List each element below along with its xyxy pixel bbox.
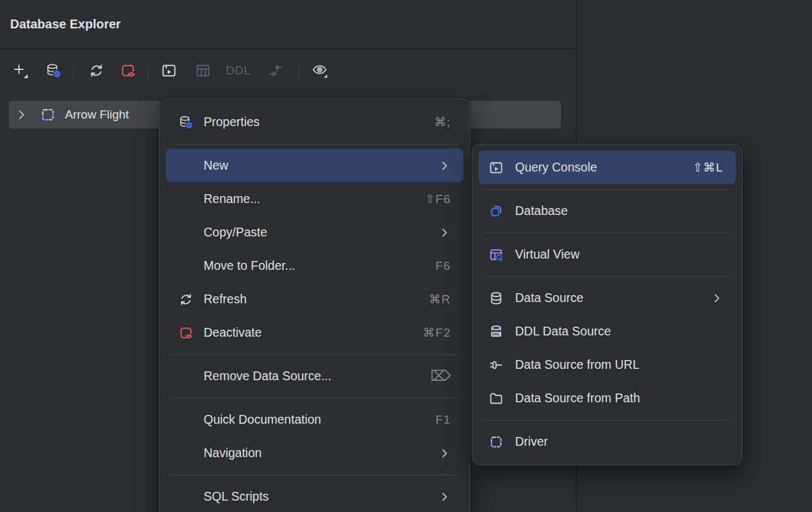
- data-source-properties-icon: [178, 115, 194, 130]
- menu-item-copy-paste[interactable]: Copy/Paste: [166, 216, 463, 249]
- menu-item-right: [438, 491, 451, 503]
- menu-item-label: Deactivate: [204, 325, 262, 340]
- panel-header: Database Explorer: [0, 0, 576, 49]
- menu-item-right: ⇧F6: [425, 192, 451, 206]
- query-console-icon: [489, 160, 504, 175]
- toolbar-separator: [299, 66, 299, 79]
- refresh-icon: [88, 62, 105, 79]
- table-icon: [195, 62, 211, 79]
- menu-item-database[interactable]: Database: [478, 194, 736, 228]
- menu-item-navigation[interactable]: Navigation: [166, 436, 463, 470]
- data-source-icon: [489, 291, 504, 306]
- url-icon: [489, 358, 504, 373]
- menu-item-right: ⌘R: [429, 292, 451, 306]
- menu-item-properties[interactable]: Properties⌘;: [166, 105, 463, 139]
- menu-item-label: Move to Folder...: [204, 259, 295, 273]
- data-source-properties-button[interactable]: [42, 59, 65, 82]
- database-icon: [489, 204, 504, 219]
- menu-separator: [160, 393, 470, 403]
- menu-item-ddl-data-source[interactable]: DDLDDL Data Source: [478, 315, 736, 348]
- panel-toolbar: DDL: [0, 49, 576, 95]
- menu-item-label: DDL Data Source: [515, 324, 611, 339]
- menu-item-label: Rename...: [204, 192, 260, 206]
- menu-item-label: Virtual View: [515, 247, 579, 262]
- menu-item-move-to-folder[interactable]: Move to Folder...F6: [166, 249, 463, 282]
- deactivate-button[interactable]: [117, 59, 139, 82]
- shortcut-label: F1: [436, 413, 451, 427]
- menu-item-label: New: [204, 158, 228, 173]
- menu-item-deactivate[interactable]: Deactivate⌘F2: [166, 316, 463, 349]
- driver-icon: [489, 434, 504, 450]
- shortcut-label: ⇧⌘L: [693, 160, 724, 175]
- shortcut-label: F6: [436, 259, 451, 273]
- menu-item-refresh[interactable]: Refresh⌘R: [166, 282, 463, 316]
- add-icon: [12, 62, 28, 79]
- menu-item-rename[interactable]: Rename...⇧F6: [166, 182, 463, 216]
- chevron-right-icon: [438, 226, 451, 239]
- menu-item-virtual-view[interactable]: Virtual View: [478, 238, 736, 271]
- menu-separator: [472, 271, 742, 281]
- menu-item-remove-data-source[interactable]: Remove Data Source...⌦: [166, 359, 463, 393]
- toolbar-separator: [148, 66, 148, 79]
- menu-item-label: Query Console: [515, 160, 597, 175]
- chevron-right-icon[interactable]: [14, 108, 28, 122]
- context-menu: Properties⌘;NewRename...⇧F6Copy/PasteMov…: [159, 98, 470, 512]
- menu-item-label: Data Source from Path: [515, 391, 640, 405]
- menu-item-query-console[interactable]: Query Console⇧⌘L: [478, 151, 736, 184]
- menu-item-label: Navigation: [204, 446, 262, 460]
- shortcut-label: ⇧F6: [425, 192, 451, 206]
- menu-item-driver[interactable]: Driver: [478, 425, 736, 458]
- jump-to-query-console-button[interactable]: [158, 59, 180, 82]
- menu-item-right: [438, 160, 451, 172]
- menu-item-sql-scripts[interactable]: SQL Scripts: [166, 480, 463, 512]
- menu-item-label: Data Source: [515, 291, 583, 305]
- menu-item-right: ⌘;: [434, 115, 451, 129]
- menu-item-data-source[interactable]: Data Source: [478, 281, 736, 315]
- shortcut-label: ⌘;: [434, 115, 451, 129]
- menu-separator: [160, 139, 470, 149]
- menu-item-data-source-from-url[interactable]: Data Source from URL: [478, 348, 736, 381]
- shortcut-label: ⌘F2: [423, 325, 451, 340]
- menu-item-label: Properties: [204, 115, 260, 129]
- menu-item-label: Refresh: [204, 292, 246, 306]
- menu-item-right: F6: [436, 259, 451, 273]
- menu-item-data-source-from-path[interactable]: Data Source from Path: [478, 381, 736, 415]
- toolbar-separator: [73, 66, 74, 79]
- menu-separator: [160, 349, 470, 359]
- eye-icon: [311, 62, 328, 79]
- delete-icon: ⌦: [430, 368, 451, 385]
- refresh-button[interactable]: [85, 59, 108, 82]
- new-submenu: Query Console⇧⌘LDatabaseVirtual ViewData…: [472, 144, 743, 465]
- menu-item-right: [438, 226, 451, 239]
- menu-item-right: [710, 292, 723, 305]
- menu-item-right: ⇧⌘L: [693, 160, 724, 175]
- menu-item-label: SQL Scripts: [204, 489, 269, 504]
- deactivate-icon: [178, 325, 194, 340]
- deactivate-icon: [120, 62, 136, 79]
- menu-item-right: ⌦: [430, 368, 451, 385]
- chevron-right-icon: [710, 292, 723, 305]
- menu-separator: [472, 228, 742, 238]
- menu-item-right: ⌘F2: [423, 325, 451, 340]
- folder-icon: [489, 391, 504, 406]
- mapping-arrows-icon: [267, 62, 284, 79]
- menu-item-right: [438, 447, 451, 460]
- tree-item-label: Arrow Flight: [65, 101, 129, 129]
- generate-ddl-button: DDL: [224, 59, 252, 82]
- add-button[interactable]: [9, 59, 32, 82]
- menu-item-new[interactable]: New: [166, 149, 463, 182]
- menu-item-label: Data Source from URL: [515, 358, 639, 372]
- chevron-right-icon: [438, 160, 451, 172]
- menu-item-quick-documentation[interactable]: Quick DocumentationF1: [166, 403, 463, 436]
- view-options-button[interactable]: [308, 59, 331, 82]
- ddl-data-source-icon: DDL: [489, 324, 504, 339]
- svg-text:DDL: DDL: [492, 332, 501, 336]
- virtual-view-icon: [489, 247, 504, 262]
- toolbar-text-label: DDL: [226, 64, 251, 78]
- refresh-icon: [178, 292, 194, 307]
- open-table-button: [192, 59, 214, 82]
- shortcut-label: ⌘R: [429, 292, 451, 306]
- menu-item-label: Quick Documentation: [204, 412, 321, 427]
- menu-separator: [160, 470, 470, 480]
- chevron-right-icon: [438, 491, 451, 503]
